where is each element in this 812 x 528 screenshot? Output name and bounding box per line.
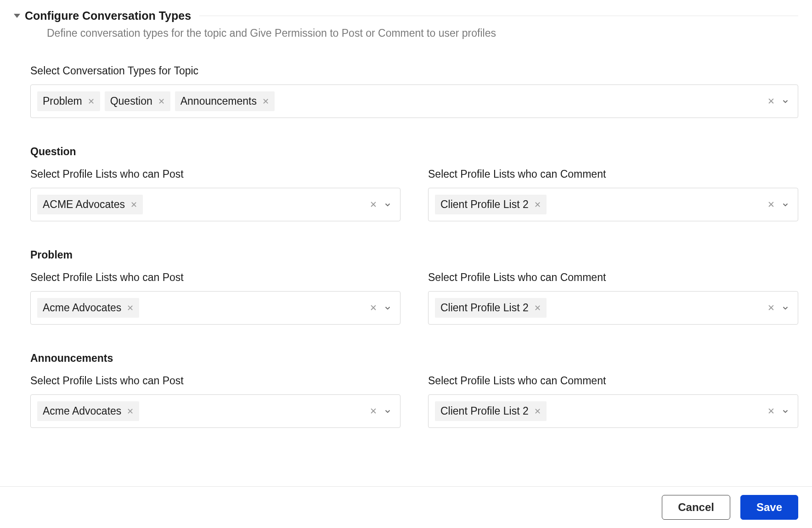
close-icon[interactable]: ✕ (262, 97, 269, 106)
post-column: Select Profile Lists who can Post Acme A… (30, 375, 400, 428)
post-label: Select Profile Lists who can Post (30, 271, 400, 284)
chip-label: Acme Advocates (43, 302, 121, 314)
type-title: Problem (30, 249, 798, 261)
close-icon[interactable]: ✕ (158, 97, 165, 106)
section-title: Configure Conversation Types (25, 9, 191, 22)
save-button[interactable]: Save (740, 495, 798, 520)
chip[interactable]: Acme Advocates ✕ (37, 298, 139, 318)
section-subtitle: Define conversation types for the topic … (30, 27, 798, 39)
close-icon[interactable]: ✕ (534, 407, 541, 416)
clear-all-icon[interactable]: ✕ (767, 407, 775, 416)
close-icon[interactable]: ✕ (127, 407, 134, 416)
chip[interactable]: Problem ✕ (37, 91, 100, 111)
chevron-down-icon[interactable] (383, 304, 392, 312)
type-section-question: Question Select Profile Lists who can Po… (30, 146, 798, 221)
clear-all-icon[interactable]: ✕ (767, 97, 775, 106)
footer-bar: Cancel Save (0, 486, 812, 528)
chip[interactable]: Client Profile List 2 ✕ (435, 298, 547, 318)
section-header: Configure Conversation Types (14, 9, 798, 22)
chip-label: Question (110, 95, 152, 107)
chip-label: Problem (43, 95, 82, 107)
comment-label: Select Profile Lists who can Comment (428, 271, 798, 284)
chip[interactable]: Announcements ✕ (175, 91, 275, 111)
clear-all-icon[interactable]: ✕ (370, 200, 377, 209)
cancel-button[interactable]: Cancel (662, 495, 730, 520)
comment-multiselect[interactable]: Client Profile List 2 ✕ ✕ (428, 394, 798, 428)
chip-label: Client Profile List 2 (440, 198, 529, 211)
close-icon[interactable]: ✕ (127, 304, 134, 312)
close-icon[interactable]: ✕ (534, 201, 541, 209)
chevron-down-icon[interactable] (383, 201, 392, 209)
comment-column: Select Profile Lists who can Comment Cli… (428, 271, 798, 325)
comment-multiselect[interactable]: Client Profile List 2 ✕ ✕ (428, 291, 798, 325)
post-label: Select Profile Lists who can Post (30, 375, 400, 387)
type-section-announcements: Announcements Select Profile Lists who c… (30, 352, 798, 428)
clear-all-icon[interactable]: ✕ (370, 407, 377, 416)
chevron-down-icon[interactable] (383, 407, 392, 416)
post-multiselect[interactable]: Acme Advocates ✕ ✕ (30, 291, 400, 325)
chip-label: Client Profile List 2 (440, 405, 529, 417)
divider (199, 16, 798, 16)
comment-column: Select Profile Lists who can Comment Cli… (428, 375, 798, 428)
topic-types-multiselect[interactable]: Problem ✕ Question ✕ Announcements ✕ ✕ (30, 84, 798, 118)
chip-label: Announcements (180, 95, 257, 107)
chip-label: ACME Advocates (43, 198, 125, 211)
post-column: Select Profile Lists who can Post Acme A… (30, 271, 400, 325)
chip-label: Acme Advocates (43, 405, 121, 417)
type-title: Question (30, 146, 798, 158)
chevron-down-icon[interactable] (781, 407, 789, 416)
chip[interactable]: ACME Advocates ✕ (37, 195, 143, 214)
type-section-problem: Problem Select Profile Lists who can Pos… (30, 249, 798, 325)
clear-all-icon[interactable]: ✕ (767, 303, 775, 312)
chip[interactable]: Acme Advocates ✕ (37, 401, 139, 421)
post-label: Select Profile Lists who can Post (30, 168, 400, 180)
topic-types-label: Select Conversation Types for Topic (30, 65, 798, 77)
close-icon[interactable]: ✕ (130, 201, 137, 209)
close-icon[interactable]: ✕ (88, 97, 95, 106)
comment-multiselect[interactable]: Client Profile List 2 ✕ ✕ (428, 188, 798, 221)
chip-label: Client Profile List 2 (440, 302, 529, 314)
close-icon[interactable]: ✕ (534, 304, 541, 312)
chevron-down-icon[interactable] (781, 304, 789, 312)
post-multiselect[interactable]: Acme Advocates ✕ ✕ (30, 394, 400, 428)
clear-all-icon[interactable]: ✕ (370, 303, 377, 312)
chevron-down-icon[interactable] (781, 201, 789, 209)
comment-column: Select Profile Lists who can Comment Cli… (428, 168, 798, 221)
comment-label: Select Profile Lists who can Comment (428, 168, 798, 180)
chip[interactable]: Client Profile List 2 ✕ (435, 401, 547, 421)
chevron-down-icon[interactable] (781, 97, 789, 106)
chip[interactable]: Question ✕ (105, 91, 170, 111)
collapse-caret-icon[interactable] (14, 14, 20, 18)
comment-label: Select Profile Lists who can Comment (428, 375, 798, 387)
type-title: Announcements (30, 352, 798, 365)
topic-types-field: Select Conversation Types for Topic Prob… (30, 65, 798, 118)
post-column: Select Profile Lists who can Post ACME A… (30, 168, 400, 221)
post-multiselect[interactable]: ACME Advocates ✕ ✕ (30, 188, 400, 221)
chip[interactable]: Client Profile List 2 ✕ (435, 195, 547, 214)
topic-types-chips: Problem ✕ Question ✕ Announcements ✕ (37, 91, 763, 111)
clear-all-icon[interactable]: ✕ (767, 200, 775, 209)
